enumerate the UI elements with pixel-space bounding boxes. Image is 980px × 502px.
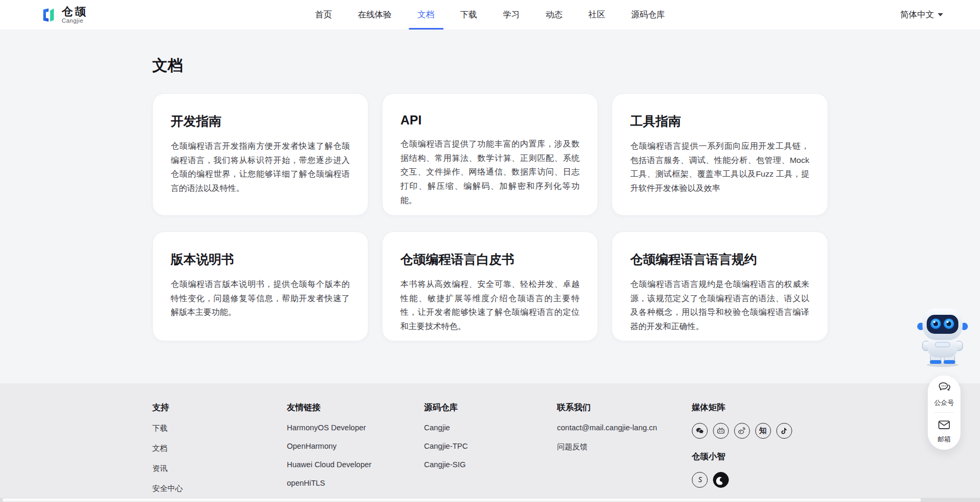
footer-link-openhitls[interactable]: openHiTLS	[287, 479, 424, 487]
language-selector[interactable]: 简体中文	[900, 0, 943, 30]
footer-media-title: 媒体矩阵	[692, 402, 828, 413]
card-whitepaper[interactable]: 仓颉编程语言白皮书 本书将从高效编程、安全可靠、轻松并发、卓越性能、敏捷扩展等维…	[382, 231, 598, 341]
footer-link-feedback[interactable]: 问题反馈	[557, 442, 692, 452]
email-button[interactable]: 邮箱	[928, 413, 960, 450]
chevron-down-icon	[938, 13, 943, 16]
card-description: 仓颉编程语言开发指南方便开发者快速了解仓颉编程语言，我们将从标识符开始，带您逐步…	[171, 139, 350, 196]
top-navigation-bar: 仓颉 Cangjie 首页 在线体验 文档 下载 学习 动态 社区 源码仓库 简…	[0, 0, 980, 30]
mascot-robot[interactable]	[916, 307, 969, 368]
footer-column-title: 支持	[153, 402, 287, 413]
nav-item-news[interactable]: 动态	[546, 0, 563, 30]
footer-column-contact: 联系我们 contact@mail.cangjie-lang.cn 问题反馈	[557, 402, 692, 494]
assistant-title: 仓颉小智	[692, 451, 828, 462]
official-account-button[interactable]: 公众号	[928, 375, 960, 412]
card-dev-guide[interactable]: 开发指南 仓颉编程语言开发指南方便开发者快速了解仓颉编程语言，我们将从标识符开始…	[153, 93, 368, 216]
card-title: 仓颉编程语言语言规约	[630, 251, 809, 268]
footer-column-title: 源码仓库	[424, 402, 557, 413]
nav-item-learn[interactable]: 学习	[503, 0, 520, 30]
footer-link-cangjie-sig-repo[interactable]: Cangjie-SIG	[424, 460, 557, 469]
card-title: 仓颉编程语言白皮书	[401, 251, 579, 268]
assistant-icon-row	[692, 472, 828, 488]
card-description: 仓颉编程语言语言规约是仓颉编程语言的权威来源，该规范定义了仓颉编程语言的语法、语…	[630, 277, 809, 334]
footer-link-docs[interactable]: 文档	[153, 443, 287, 453]
assistant-s-curve-icon[interactable]	[692, 472, 708, 488]
email-label: 邮箱	[938, 435, 951, 444]
brand-name: 仓颉	[62, 6, 88, 17]
card-tools-guide[interactable]: 工具指南 仓颉编程语言提供一系列面向应用开发工具链，包括语言服务、调试、性能分析…	[612, 93, 827, 216]
cangjie-logo-icon	[41, 7, 57, 23]
page-title: 文档	[153, 30, 828, 76]
brand-subtitle: Cangjie	[62, 18, 88, 24]
weibo-icon[interactable]	[734, 423, 750, 439]
card-title: 开发指南	[171, 113, 350, 130]
footer-link-harmonyos-developer[interactable]: HarmonyOS Developer	[287, 423, 424, 432]
nav-item-community[interactable]: 社区	[588, 0, 605, 30]
wechat-icon[interactable]	[692, 423, 708, 439]
douyin-icon[interactable]	[776, 423, 792, 439]
footer-column-source-repos: 源码仓库 Cangjie Cangjie-TPC Cangjie-SIG	[424, 402, 557, 494]
card-description: 仓颉编程语言提供了功能丰富的内置库，涉及数据结构、常用算法、数学计算、正则匹配、…	[401, 137, 579, 207]
horizontal-scrollbar[interactable]	[0, 498, 980, 502]
assistant-swirl-icon[interactable]	[713, 472, 729, 488]
cangjie-docs-page: 仓颉 Cangjie 首页 在线体验 文档 下载 学习 动态 社区 源码仓库 简…	[0, 0, 980, 502]
footer-link-download[interactable]: 下载	[153, 423, 287, 433]
nav-item-playground[interactable]: 在线体验	[358, 0, 392, 30]
card-description: 本书将从高效编程、安全可靠、轻松并发、卓越性能、敏捷扩展等维度介绍仓颉语言的主要…	[401, 277, 579, 334]
footer-link-news[interactable]: 资讯	[153, 464, 287, 474]
doc-card-grid: 开发指南 仓颉编程语言开发指南方便开发者快速了解仓颉编程语言，我们将从标识符开始…	[153, 93, 828, 341]
nav-item-docs[interactable]: 文档	[417, 0, 434, 30]
footer-link-contact-email[interactable]: contact@mail.cangjie-lang.cn	[557, 423, 692, 432]
zhihu-icon[interactable]: 知	[755, 423, 771, 439]
footer-column-media: 媒体矩阵 知	[692, 402, 828, 494]
chat-bubbles-icon	[937, 381, 952, 396]
media-icon-row: 知	[692, 423, 828, 439]
card-title: 工具指南	[630, 113, 809, 130]
card-language-spec[interactable]: 仓颉编程语言语言规约 仓颉编程语言语言规约是仓颉编程语言的权威来源，该规范定义了…	[612, 231, 827, 341]
footer-link-cangjie-tpc-repo[interactable]: Cangjie-TPC	[424, 442, 557, 450]
nav-item-download[interactable]: 下载	[460, 0, 477, 30]
floating-contact-panel: 公众号 邮箱	[928, 375, 960, 450]
footer-link-huawei-cloud-developer[interactable]: Huawei Cloud Developer	[287, 460, 424, 469]
page-footer: 支持 下载 文档 资讯 安全中心 友情链接 HarmonyOS Develope…	[0, 383, 980, 502]
official-account-label: 公众号	[934, 399, 954, 408]
card-release-notes[interactable]: 版本说明书 仓颉编程语言版本说明书，提供仓颉每个版本的特性变化，问题修复等信息，…	[153, 231, 368, 341]
language-label: 简体中文	[900, 9, 934, 21]
card-api[interactable]: API 仓颉编程语言提供了功能丰富的内置库，涉及数据结构、常用算法、数学计算、正…	[382, 93, 598, 216]
footer-column-support: 支持 下载 文档 资讯 安全中心	[153, 402, 287, 494]
footer-column-title: 联系我们	[557, 402, 692, 413]
card-title: 版本说明书	[171, 251, 350, 268]
footer-link-openharmony[interactable]: OpenHarmony	[287, 442, 424, 450]
footer-column-friend-links: 友情链接 HarmonyOS Developer OpenHarmony Hua…	[287, 402, 424, 494]
bilibili-icon[interactable]	[713, 423, 729, 439]
card-description: 仓颉编程语言提供一系列面向应用开发工具链，包括语言服务、调试、性能分析、包管理、…	[630, 139, 809, 196]
footer-column-title: 友情链接	[287, 402, 424, 413]
footer-link-security-center[interactable]: 安全中心	[153, 484, 287, 494]
brand-logo[interactable]: 仓颉 Cangjie	[41, 6, 88, 24]
nav-item-source-repo[interactable]: 源码仓库	[631, 0, 665, 30]
card-description: 仓颉编程语言版本说明书，提供仓颉每个版本的特性变化，问题修复等信息，帮助开发者快…	[171, 277, 350, 320]
envelope-icon	[937, 419, 951, 432]
main-nav: 首页 在线体验 文档 下载 学习 动态 社区 源码仓库	[315, 0, 665, 30]
card-title: API	[401, 113, 579, 128]
nav-item-home[interactable]: 首页	[315, 0, 332, 30]
footer-link-cangjie-repo[interactable]: Cangjie	[424, 423, 557, 432]
horizontal-scrollbar-thumb[interactable]	[3, 498, 921, 501]
main-content: 文档 开发指南 仓颉编程语言开发指南方便开发者快速了解仓颉编程语言，我们将从标识…	[0, 30, 980, 383]
